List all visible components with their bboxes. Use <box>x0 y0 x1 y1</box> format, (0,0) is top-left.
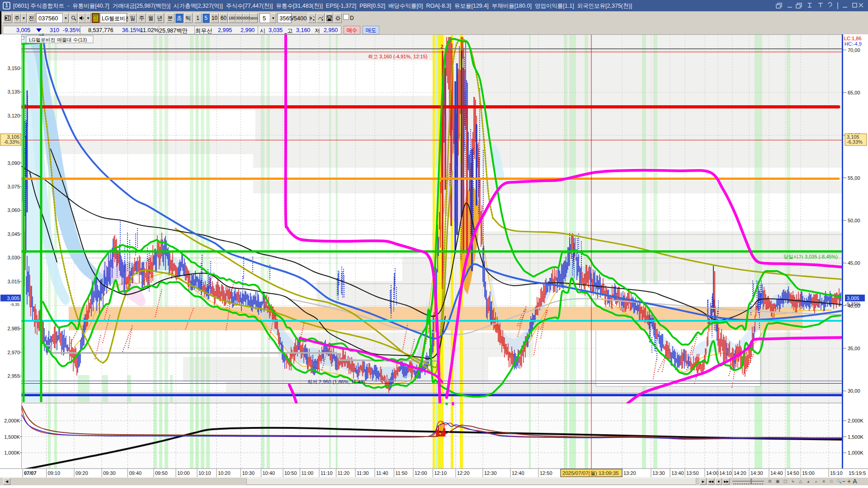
svg-text:13:30: 13:30 <box>652 470 665 476</box>
svg-text:3,030: 3,030 <box>7 255 20 260</box>
svg-text:12:10: 12:10 <box>434 470 447 476</box>
svg-text:2: 2 <box>441 44 443 49</box>
svg-text:15:19:5: 15:19:5 <box>849 470 866 476</box>
svg-text:65,00: 65,00 <box>848 90 860 95</box>
svg-text:14:00: 14:00 <box>706 470 719 476</box>
svg-text:LG헬로비전 매물대 수(13): LG헬로비전 매물대 수(13) <box>29 37 87 42</box>
svg-text:3,015: 3,015 <box>7 279 20 284</box>
svg-text:2,955: 2,955 <box>7 373 20 379</box>
svg-text:최저 2,950 (1,86%, 11:43): 최저 2,950 (1,86%, 11:43) <box>307 379 365 385</box>
svg-text:12:50: 12:50 <box>540 470 552 476</box>
svg-text:55,00: 55,00 <box>848 175 860 181</box>
svg-text:50,00: 50,00 <box>848 218 860 223</box>
svg-text:2025/07/07(월) 13:09:35: 2025/07/07(월) 13:09:35 <box>562 470 619 476</box>
svg-text:3,150: 3,150 <box>7 66 20 71</box>
svg-text:13:20: 13:20 <box>623 470 636 476</box>
svg-text:14:20: 14:20 <box>734 470 746 476</box>
svg-text:3,075: 3,075 <box>7 184 20 189</box>
svg-text:1,500K: 1,500K <box>848 434 864 440</box>
svg-text:11:30: 11:30 <box>357 470 369 476</box>
svg-text:10:20: 10:20 <box>218 470 231 476</box>
svg-text:11:20: 11:20 <box>338 470 350 476</box>
svg-text:10:00: 10:00 <box>177 470 190 476</box>
svg-text:09:40: 09:40 <box>129 470 142 476</box>
svg-text:3,005: 3,005 <box>7 296 19 301</box>
svg-text:14:40: 14:40 <box>770 470 783 476</box>
svg-text:15:10: 15:10 <box>830 470 843 476</box>
svg-text:최고 3,160 (-4,91%, 12:15): 최고 3,160 (-4,91%, 12:15) <box>368 54 427 59</box>
svg-text:3,005: 3,005 <box>847 296 859 301</box>
svg-text:3,120: 3,120 <box>7 113 20 118</box>
svg-text:-6,33%: -6,33% <box>847 139 863 145</box>
svg-text:3,090: 3,090 <box>7 160 20 166</box>
svg-text:-9,35%: -9,35% <box>845 301 861 307</box>
svg-text:-6,33%: -6,33% <box>4 139 19 145</box>
svg-text:3,135: 3,135 <box>7 89 20 94</box>
svg-text:14:30: 14:30 <box>750 470 763 476</box>
svg-text:14:10: 14:10 <box>719 470 732 476</box>
svg-text:3,045: 3,045 <box>7 231 20 237</box>
svg-text:45,00: 45,00 <box>848 260 860 266</box>
svg-text:당일시가 3,035 (-8,45%): 당일시가 3,035 (-8,45%) <box>783 254 838 259</box>
svg-text:LC:1,86: LC:1,86 <box>844 36 862 41</box>
svg-text:09:20: 09:20 <box>75 470 88 476</box>
svg-text:12:40: 12:40 <box>512 470 524 476</box>
svg-text:70,00: 70,00 <box>848 47 860 53</box>
svg-text:1,000K: 1,000K <box>848 450 864 455</box>
svg-text:12:30: 12:30 <box>484 470 497 476</box>
svg-text:3,060: 3,060 <box>7 207 20 213</box>
svg-text:09:50: 09:50 <box>155 470 168 476</box>
svg-text:10:40: 10:40 <box>263 470 275 476</box>
svg-text:09:10: 09:10 <box>48 470 61 476</box>
svg-text:1,000K: 1,000K <box>4 450 20 455</box>
svg-text:13:40: 13:40 <box>671 470 684 476</box>
svg-text:11:50: 11:50 <box>396 470 408 476</box>
svg-text:13:50: 13:50 <box>686 470 699 476</box>
svg-text:10:10: 10:10 <box>198 470 211 476</box>
svg-text:2,970: 2,970 <box>7 350 20 355</box>
svg-text:10:50: 10:50 <box>284 470 297 476</box>
svg-text:1,500K: 1,500K <box>4 434 20 440</box>
svg-text:2,000K: 2,000K <box>4 418 20 423</box>
svg-text:12:00: 12:00 <box>415 470 427 476</box>
svg-text:30,00: 30,00 <box>848 388 860 394</box>
svg-text:09:30: 09:30 <box>103 470 116 476</box>
svg-text:11:10: 11:10 <box>321 470 333 476</box>
svg-text:15:00: 15:00 <box>802 470 815 476</box>
svg-text:11:00: 11:00 <box>302 470 314 476</box>
svg-text:2,985: 2,985 <box>7 326 20 331</box>
svg-text:07/07: 07/07 <box>24 470 37 476</box>
svg-text:14:50: 14:50 <box>787 470 799 476</box>
svg-text:35,00: 35,00 <box>848 346 860 351</box>
svg-text:HC:-4,9: HC:-4,9 <box>844 41 862 47</box>
svg-text:10:30: 10:30 <box>242 470 255 476</box>
svg-text:-9,35: -9,35 <box>10 302 19 307</box>
svg-text:2,000K: 2,000K <box>848 418 864 423</box>
svg-text:11:40: 11:40 <box>376 470 388 476</box>
svg-text:12:20: 12:20 <box>457 470 470 476</box>
